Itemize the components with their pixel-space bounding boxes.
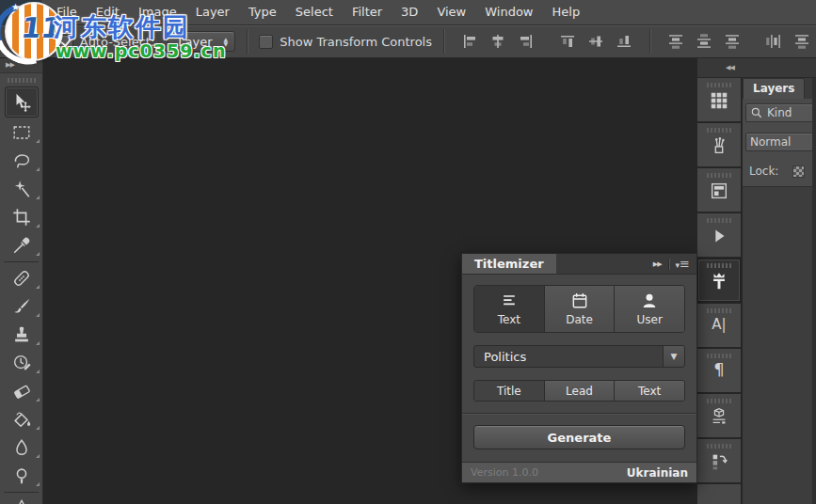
pen-tool-icon [11,498,32,504]
blur-tool[interactable] [0,433,43,462]
user-icon [639,291,660,310]
history-brush-tool[interactable] [0,349,43,377]
distribute-bottom-icon[interactable] [722,33,743,50]
align-left-icon[interactable] [459,33,480,50]
menu-filter[interactable]: Filter [343,0,392,24]
clone-stamp-tool[interactable] [0,321,43,349]
tab-layers[interactable]: Layers [743,78,805,99]
align-h-center-icon[interactable] [488,33,508,50]
paragraph-panel-button[interactable]: ¶ [697,349,741,392]
header-separator [668,259,669,270]
language-label[interactable]: Ukrainian [627,466,688,480]
right-dock: ◀◀ [697,58,816,504]
move-tool[interactable] [5,87,39,118]
layer-filter-dropdown[interactable]: Kind [745,103,816,122]
panel-collapse-icon[interactable]: ▶▶ [653,260,662,268]
menu-help[interactable]: Help [543,0,590,24]
history-panel-icon [709,451,729,472]
menu-view[interactable]: View [427,0,475,24]
menu-3d[interactable]: 3D [392,0,427,24]
tab-user[interactable]: User [615,286,684,332]
actions-panel-button[interactable] [697,213,741,257]
paint-bucket-tool[interactable] [0,405,43,433]
empty-strip-cell [697,484,741,504]
blend-mode-dropdown[interactable]: Normal [745,133,813,151]
tab-user-label: User [637,313,663,326]
tools-panel: ▶▶ [0,58,43,504]
distribute-left-icon[interactable] [765,31,782,52]
menu-window[interactable]: Window [475,0,542,24]
category-dropdown[interactable]: Politics ▼ [473,345,685,368]
layout-panel-button[interactable] [697,168,741,212]
toolbar-grip[interactable] [8,78,36,83]
marquee-tool[interactable] [0,118,43,147]
titlemizer-mode-tabs: Text Date User [473,285,685,333]
dodge-tool[interactable] [0,462,43,490]
align-v-center-icon[interactable] [587,31,604,52]
tab-text[interactable]: Text [474,286,545,332]
lasso-tool[interactable] [0,147,43,175]
lock-transparency-icon[interactable] [792,165,805,178]
show-transform-label: Show Transform Controls [280,35,432,49]
calendar-icon [569,291,590,310]
brush-presets-icon [709,135,729,156]
dock-collapse-icon[interactable]: ◀◀ [697,58,816,78]
menu-layer[interactable]: Layer [186,0,239,24]
layer-filter-value: Kind [767,106,792,119]
segment-title[interactable]: Title [474,381,545,401]
updown-arrows-icon: ▲▼ [224,37,229,46]
align-right-icon[interactable] [516,33,536,50]
brush-presets-panel-button[interactable] [697,123,741,166]
auto-select-target-dropdown[interactable]: Layer ▲▼ [168,31,235,52]
segment-text[interactable]: Text [615,381,684,401]
eraser-tool[interactable] [0,377,43,405]
menu-bar: Ps File Edit Image Layer Type Select Fil… [0,0,816,25]
tab-date[interactable]: Date [545,286,616,332]
crop-tool-icon [11,207,32,228]
actions-play-icon [709,226,729,246]
crop-tool[interactable] [0,203,43,231]
menu-type[interactable]: Type [239,0,286,24]
segment-lead[interactable]: Lead [545,381,616,401]
options-separator [443,29,444,54]
layers-list-area[interactable] [743,186,812,504]
align-top-icon[interactable] [559,31,576,52]
menu-image[interactable]: Image [129,0,186,24]
magic-wand-tool[interactable] [0,175,43,203]
auto-select-target-value: Layer [178,35,212,49]
history-panel-button[interactable] [697,439,741,482]
lasso-tool-icon [11,150,32,171]
version-label: Version 1.0.0 [471,466,538,479]
distribute-v-center-icon[interactable] [694,33,714,50]
menu-file[interactable]: File [47,0,87,24]
auto-select-checkbox[interactable] [59,35,73,49]
toolbar-collapse-icon[interactable]: ▶▶ [0,58,42,73]
brush-tool[interactable] [0,292,43,321]
pen-tool[interactable] [0,495,43,504]
spot-healing-tool-icon [11,268,32,289]
titlemizer-header[interactable]: Titlemizer ▶▶ ▾≡ [462,254,696,275]
options-separator [649,29,650,54]
titlemizer-tab-title[interactable]: Titlemizer [462,254,556,274]
menu-edit[interactable]: Edit [87,0,129,24]
extensions-grid-panel-button[interactable] [697,78,741,121]
character-panel-icon: A| [712,316,726,333]
3d-properties-panel-button[interactable] [697,394,741,437]
eyedropper-tool[interactable] [0,231,43,260]
dodge-tool-icon [11,465,32,486]
titlemizer-panel-button[interactable] [697,259,741,302]
generate-button[interactable]: Generate [473,425,685,449]
menu-select[interactable]: Select [286,0,343,24]
panel-menu-icon[interactable]: ▾≡ [676,257,690,271]
eyedropper-tool-icon [11,235,32,256]
align-bottom-icon[interactable] [616,31,632,52]
distribute-h-center-icon[interactable] [793,31,810,52]
dropdown-arrow-button[interactable]: ▼ [663,346,684,367]
toolbar-divider [4,492,39,493]
distribute-top-icon[interactable] [665,33,686,50]
character-panel-button[interactable]: A| [697,304,741,347]
spot-healing-tool[interactable] [0,264,43,292]
show-transform-checkbox[interactable] [259,35,273,49]
layers-panel-tabs: Layers [743,78,812,99]
tool-preset-area[interactable] [0,25,59,57]
